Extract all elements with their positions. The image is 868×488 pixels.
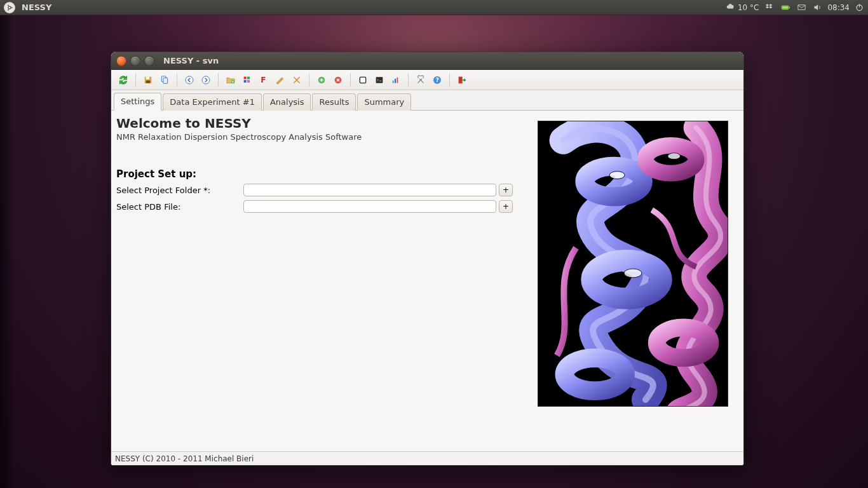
status-text: NESSY (C) 2010 - 2011 Michael Bieri bbox=[115, 454, 254, 463]
protein-structure-image bbox=[538, 121, 728, 407]
session-indicator[interactable] bbox=[855, 3, 864, 12]
tab-results[interactable]: Results bbox=[312, 93, 356, 111]
svg-rect-27 bbox=[397, 78, 398, 83]
svg-point-13 bbox=[186, 76, 193, 84]
nessy-window: NESSY - svn F ? Settings Data Experiment… bbox=[111, 51, 744, 466]
edit-icon[interactable] bbox=[272, 72, 288, 88]
terminal-icon[interactable] bbox=[371, 72, 388, 88]
system-top-panel: NESSY 10 °C 08:34 bbox=[0, 0, 868, 15]
clock-label[interactable]: 08:34 bbox=[827, 3, 850, 12]
svg-rect-26 bbox=[395, 79, 396, 83]
pdb-file-browse-button[interactable]: + bbox=[499, 200, 513, 213]
svg-point-39 bbox=[668, 153, 681, 159]
status-bar: NESSY (C) 2010 - 2011 Michael Bieri bbox=[111, 451, 743, 465]
window-close-button[interactable] bbox=[116, 56, 126, 66]
unity-launcher-edge bbox=[0, 15, 13, 488]
svg-rect-18 bbox=[244, 80, 247, 83]
tools-icon[interactable] bbox=[412, 72, 429, 88]
tab-label: Summary bbox=[364, 97, 404, 107]
window-maximize-button[interactable] bbox=[144, 56, 154, 66]
volume-indicator[interactable] bbox=[813, 3, 822, 12]
main-toolbar: F ? bbox=[111, 70, 743, 90]
forward-icon[interactable] bbox=[198, 72, 214, 88]
back-icon[interactable] bbox=[181, 72, 198, 88]
tab-label: Data Experiment #1 bbox=[170, 97, 255, 107]
svg-rect-6 bbox=[789, 6, 790, 8]
exit-icon[interactable] bbox=[454, 72, 470, 88]
svg-rect-5 bbox=[783, 6, 789, 9]
ubuntu-logo-icon[interactable] bbox=[4, 2, 15, 13]
svg-rect-16 bbox=[244, 76, 247, 79]
svg-rect-19 bbox=[247, 80, 250, 83]
window-minimize-button[interactable] bbox=[130, 56, 140, 66]
window-titlebar[interactable]: NESSY - svn bbox=[111, 52, 743, 70]
weather-indicator[interactable]: 10 °C bbox=[726, 3, 759, 12]
remove-icon[interactable] bbox=[330, 72, 346, 88]
tab-settings[interactable]: Settings bbox=[114, 93, 161, 111]
chart-icon[interactable] bbox=[388, 72, 404, 88]
svg-point-1 bbox=[11, 6, 12, 8]
svg-point-2 bbox=[8, 4, 9, 6]
tab-data-experiment-1[interactable]: Data Experiment #1 bbox=[163, 93, 262, 111]
new-folder-icon[interactable] bbox=[222, 72, 239, 88]
svg-rect-9 bbox=[146, 76, 149, 79]
tab-label: Analysis bbox=[270, 97, 304, 107]
help-icon[interactable]: ? bbox=[429, 72, 445, 88]
project-folder-label: Select Project Folder *: bbox=[116, 186, 243, 195]
refresh-icon[interactable] bbox=[115, 72, 132, 88]
svg-rect-24 bbox=[376, 77, 383, 83]
stop-icon[interactable] bbox=[355, 72, 371, 88]
svg-rect-30 bbox=[459, 76, 463, 83]
tab-analysis[interactable]: Analysis bbox=[263, 93, 311, 111]
settings-content: Welcome to NESSY NMR Relaxation Dispersi… bbox=[111, 111, 743, 451]
svg-text:F: F bbox=[261, 76, 266, 85]
svg-rect-25 bbox=[393, 80, 394, 83]
add-icon[interactable] bbox=[313, 72, 330, 88]
active-app-name[interactable]: NESSY bbox=[22, 3, 51, 12]
tabs-row: Settings Data Experiment #1 Analysis Res… bbox=[111, 92, 743, 111]
project-folder-browse-button[interactable]: + bbox=[499, 184, 513, 196]
dropbox-indicator[interactable] bbox=[765, 3, 775, 12]
svg-point-3 bbox=[8, 9, 9, 10]
svg-rect-17 bbox=[247, 76, 250, 79]
svg-point-14 bbox=[202, 76, 210, 84]
svg-point-0 bbox=[8, 6, 11, 9]
pdb-file-input[interactable] bbox=[243, 200, 496, 213]
svg-rect-10 bbox=[146, 80, 151, 83]
color-picker-icon[interactable] bbox=[239, 72, 255, 88]
project-folder-input[interactable] bbox=[243, 184, 496, 196]
font-icon[interactable]: F bbox=[255, 72, 272, 88]
svg-text:?: ? bbox=[436, 77, 439, 83]
save-icon[interactable] bbox=[140, 72, 156, 88]
tab-summary[interactable]: Summary bbox=[357, 93, 411, 111]
svg-rect-23 bbox=[360, 77, 365, 83]
svg-point-38 bbox=[624, 269, 642, 278]
copy-icon[interactable] bbox=[156, 72, 173, 88]
temperature-label: 10 °C bbox=[738, 3, 759, 12]
tab-label: Settings bbox=[121, 97, 154, 106]
window-title: NESSY - svn bbox=[163, 56, 219, 65]
cut-icon[interactable] bbox=[288, 72, 305, 88]
svg-point-37 bbox=[609, 172, 625, 179]
battery-indicator[interactable] bbox=[781, 3, 790, 12]
mail-indicator[interactable] bbox=[797, 3, 806, 12]
svg-rect-12 bbox=[163, 78, 168, 83]
pdb-file-label: Select PDB File: bbox=[116, 202, 243, 212]
tab-label: Results bbox=[319, 97, 349, 107]
